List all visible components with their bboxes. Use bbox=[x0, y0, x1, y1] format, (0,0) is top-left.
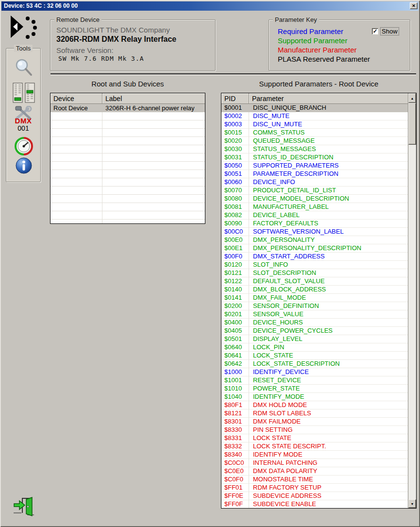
parameter-pid: $C0E0 bbox=[221, 467, 249, 476]
scroll-down-button[interactable]: ▼ bbox=[408, 499, 416, 508]
parameter-row[interactable]: $0405DEVICE_POWER_CYCLES bbox=[221, 327, 408, 335]
checkbox-check-icon[interactable]: ✓ bbox=[372, 28, 378, 34]
device-row-empty[interactable] bbox=[50, 129, 205, 137]
parameter-row[interactable]: $0090FACTORY_DEFAULTS bbox=[221, 220, 408, 228]
parameter-name: PARAMETER_DESCRIPTION bbox=[249, 170, 408, 178]
scroll-down-icon: ▼ bbox=[411, 502, 414, 506]
scrollbar-thumb[interactable] bbox=[408, 103, 416, 145]
search-tool-icon[interactable] bbox=[15, 58, 33, 77]
parameter-row[interactable]: $0640LOCK_PIN bbox=[221, 343, 408, 352]
parameter-row[interactable]: $C0E0DMX DATA POLARITY bbox=[221, 467, 408, 476]
device-row-empty[interactable] bbox=[50, 220, 205, 224]
parameter-row[interactable]: $0400DEVICE_HOURS bbox=[221, 319, 408, 327]
parameter-row[interactable]: $0642LOCK_STATE_DESCRIPTION bbox=[221, 360, 408, 368]
parameter-row[interactable]: $0070PRODUCT_DETAIL_ID_LIST bbox=[221, 187, 408, 195]
parameter-name: FACTORY_DEFAULTS bbox=[249, 220, 408, 228]
parameter-row[interactable]: $0060DEVICE_INFO bbox=[221, 178, 408, 187]
device-row-empty[interactable] bbox=[50, 112, 205, 120]
parameter-row[interactable]: $00C0SOFTWARE_VERSION_LABEL bbox=[221, 228, 408, 236]
dmx-address-value: 001 bbox=[6, 124, 40, 132]
parameter-row[interactable]: $0031STATUS_ID_DESCRIPTION bbox=[221, 153, 408, 162]
device-cell bbox=[50, 211, 102, 220]
parameter-row[interactable]: $8340IDENTIFY MODE bbox=[221, 451, 408, 459]
exit-door-icon[interactable] bbox=[13, 495, 35, 518]
parameter-row[interactable]: $80F1DMX HOLD MODE bbox=[221, 401, 408, 409]
parameter-row[interactable]: $0141DMX_FAIL_MODE bbox=[221, 294, 408, 302]
parameter-row[interactable]: $1040IDENTIFY_MODE bbox=[221, 393, 408, 401]
parameter-pid: $0015 bbox=[221, 129, 249, 137]
parameter-row[interactable]: $0082DEVICE_LABEL bbox=[221, 211, 408, 220]
parameter-row[interactable]: $8121RDM SLOT LABELS bbox=[221, 409, 408, 418]
device-row-empty[interactable] bbox=[50, 170, 205, 178]
device-row-empty[interactable] bbox=[50, 145, 205, 153]
parameter-key-group-label: Parameter Key bbox=[273, 16, 319, 23]
parameter-row[interactable]: $0051PARAMETER_DESCRIPTION bbox=[221, 170, 408, 178]
parameter-row[interactable]: $FF0FSUBDEVICE ENABLE bbox=[221, 500, 408, 509]
info-tool-icon[interactable] bbox=[16, 157, 32, 174]
parameter-row[interactable]: $8330PIN SETTING bbox=[221, 426, 408, 434]
parameter-pid: $0003 bbox=[221, 120, 249, 129]
parameter-row[interactable]: $0121SLOT_DESCRIPTION bbox=[221, 269, 408, 277]
device-row-empty[interactable] bbox=[50, 187, 205, 195]
parameter-row[interactable]: $0080DEVICE_MODEL_DESCRIPTION bbox=[221, 195, 408, 203]
parameter-row[interactable]: $8332LOCK STATE DESCRIPT. bbox=[221, 442, 408, 451]
parameter-row[interactable]: $0641LOCK_STATE bbox=[221, 352, 408, 360]
devices-table-header: Device Label bbox=[50, 93, 205, 104]
parameter-pid: $8332 bbox=[221, 442, 249, 451]
parameter-row[interactable]: $0122DEFAULT_SLOT_VALUE bbox=[221, 277, 408, 286]
parameter-row[interactable]: $1010POWER_STATE bbox=[221, 385, 408, 393]
column-header-device[interactable]: Device bbox=[50, 93, 102, 104]
device-row-empty[interactable] bbox=[50, 203, 205, 211]
device-row-empty[interactable] bbox=[50, 195, 205, 203]
parameter-row[interactable]: $1001RESET_DEVICE bbox=[221, 376, 408, 385]
parameter-row[interactable]: $00F0DMX_START_ADDRESS bbox=[221, 253, 408, 261]
parameter-row[interactable]: $0120SLOT_INFO bbox=[221, 261, 408, 269]
device-row-empty[interactable] bbox=[50, 137, 205, 145]
parameter-key-entry: PLASA Reserved Parameter bbox=[278, 54, 370, 64]
device-row-empty[interactable] bbox=[50, 211, 205, 220]
parameter-row[interactable]: $C0C0INTERNAL PATCHING bbox=[221, 459, 408, 467]
parameter-row[interactable]: $0501DISPLAY_LEVEL bbox=[221, 335, 408, 343]
scroll-up-button[interactable]: ▲ bbox=[408, 93, 416, 103]
parameter-row[interactable]: $8301DMX FAILMODE bbox=[221, 418, 408, 426]
parameter-name: STATUS_MESSAGES bbox=[249, 145, 408, 153]
parameter-row[interactable]: $0015COMMS_STATUS bbox=[221, 129, 408, 137]
device-row-empty[interactable] bbox=[50, 153, 205, 162]
device-row[interactable]: Root Device3206R-H 6-channel power relay bbox=[50, 104, 205, 112]
column-header-parameter[interactable]: Parameter bbox=[249, 93, 408, 104]
parameter-row[interactable]: $0003DISC_UN_MUTE bbox=[221, 120, 408, 129]
parameter-pid: $0141 bbox=[221, 294, 249, 302]
parameter-row[interactable]: $1000IDENTIFY_DEVICE bbox=[221, 368, 408, 376]
device-row-empty[interactable] bbox=[50, 178, 205, 187]
parameter-row[interactable]: $FF01RDM FACTORY SETUP bbox=[221, 484, 408, 492]
column-header-pid[interactable]: PID bbox=[221, 93, 249, 104]
monitor-gauge-tool-icon[interactable] bbox=[15, 137, 33, 155]
device-row-empty[interactable] bbox=[50, 162, 205, 170]
parameter-row[interactable]: $00E1DMX_PERSONALITY_DESCRIPTION bbox=[221, 244, 408, 253]
parameter-row[interactable]: $0200SENSOR_DEFINITION bbox=[221, 302, 408, 310]
parameter-row[interactable]: $FF0ESUBDEVICE ADDRESS bbox=[221, 492, 408, 500]
title-bar[interactable]: Device: 53 4C : 32 06 00 00 ✕ bbox=[1, 1, 419, 11]
close-button[interactable]: ✕ bbox=[410, 2, 418, 9]
parameter-row[interactable]: $0020QUEUED_MESSAGE bbox=[221, 137, 408, 145]
parameter-row[interactable]: $00E0DMX_PERSONALITY bbox=[221, 236, 408, 244]
parameter-row[interactable]: $0030STATUS_MESSAGES bbox=[221, 145, 408, 153]
parameter-row[interactable]: $0201SENSOR_VALUE bbox=[221, 310, 408, 319]
parameter-row[interactable]: $0140DMX_BLOCK_ADDRESS bbox=[221, 286, 408, 294]
parameter-row[interactable]: $C0F0MONOSTABLE TIME bbox=[221, 476, 408, 484]
parameter-pid: $0031 bbox=[221, 153, 249, 162]
parameter-row[interactable]: $0081MANUFACTURER_LABEL bbox=[221, 203, 408, 211]
show-checkbox[interactable]: ✓ Show bbox=[372, 27, 399, 35]
dmx-tool-label: DMX bbox=[6, 117, 40, 125]
dmx-faders-tool-icon[interactable] bbox=[13, 83, 35, 103]
device-row-empty[interactable] bbox=[50, 120, 205, 129]
parameter-row[interactable]: $0001DISC_UNIQUE_BRANCH bbox=[221, 104, 408, 112]
column-header-label[interactable]: Label bbox=[102, 93, 205, 104]
parameters-scrollbar[interactable]: ▲ ▼ bbox=[408, 93, 416, 508]
software-version-label: Software Version: bbox=[56, 46, 114, 54]
parameter-row[interactable]: $8331LOCK STATE bbox=[221, 434, 408, 442]
parameter-pid: $0642 bbox=[221, 360, 249, 368]
parameter-row[interactable]: $0050SUPPORTED_PARAMETERS bbox=[221, 162, 408, 170]
parameter-row[interactable]: $0002DISC_MUTE bbox=[221, 112, 408, 120]
parameter-name: QUEUED_MESSAGE bbox=[249, 137, 408, 145]
